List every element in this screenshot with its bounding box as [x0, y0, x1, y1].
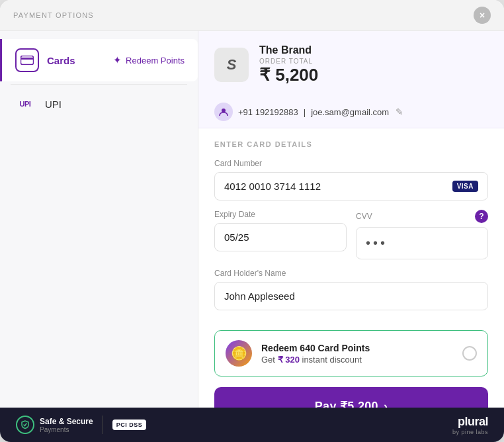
section-label: ENTER CARD DETAILS — [214, 140, 488, 148]
card-icon — [15, 48, 39, 72]
card-details-section: ENTER CARD DETAILS Card Number 4012 0010… — [198, 128, 504, 328]
user-email: joe.sam@gmail.com — [311, 107, 389, 117]
secure-text-block: Safe & Secure Payments — [40, 417, 93, 433]
brand-name: The Brand — [259, 44, 488, 56]
pci-dss-badge: PCI DSS — [112, 420, 147, 430]
user-phone: +91 192192883 — [238, 107, 298, 117]
card-number-label: Card Number — [214, 159, 488, 168]
cvv-field[interactable]: ••• — [356, 227, 488, 259]
cardholder-field[interactable]: John Appleseed — [214, 282, 488, 310]
card-number-value: 4012 0010 3714 1112 — [224, 181, 321, 192]
user-info-bar: +91 192192883 | joe.sam@gmail.com ✎ — [198, 96, 504, 128]
user-separator: | — [304, 107, 306, 117]
svg-rect-0 — [21, 56, 34, 65]
user-avatar-icon — [214, 103, 233, 121]
secure-sub: Payments — [40, 426, 93, 433]
brand-logo: S — [214, 48, 249, 82]
redeem-points-button[interactable]: ✦ Redeem Points — [113, 54, 185, 66]
redeem-radio[interactable] — [462, 346, 477, 361]
sidebar: Cards ✦ Redeem Points UPI UPI — [0, 31, 198, 408]
cards-label: Cards — [47, 55, 75, 66]
plural-brand: plural — [458, 415, 488, 429]
redeem-icon-wrap: 🪙 — [226, 340, 252, 367]
modal-body: Cards ✦ Redeem Points UPI UPI — [0, 31, 504, 408]
expiry-label: Expiry Date — [214, 210, 347, 219]
cardholder-value: John Appleseed — [224, 290, 295, 302]
cardholder-label: Card Holder's Name — [214, 269, 488, 278]
expiry-value: 05/25 — [224, 232, 249, 243]
expiry-group: Expiry Date 05/25 — [214, 210, 347, 259]
chevron-right-icon: › — [384, 400, 388, 408]
order-total-label: ORDER TOTAL — [259, 58, 488, 65]
plural-logo: plural by pine labs — [452, 415, 488, 435]
star-icon: ✦ — [113, 54, 122, 66]
pay-button-label: Pay ₹5,200 — [315, 399, 378, 408]
plural-sub: by pine labs — [452, 429, 488, 435]
pay-button[interactable]: Pay ₹5,200 › — [214, 387, 488, 408]
cvv-help-icon[interactable]: ? — [475, 210, 488, 223]
secure-title: Safe & Secure — [40, 417, 93, 426]
redeem-subtitle: Get ₹ 320 instant discount — [261, 355, 453, 365]
divider — [11, 84, 187, 85]
order-amount: ₹ 5,200 — [259, 65, 488, 85]
svg-point-2 — [222, 109, 226, 112]
close-button[interactable]: × — [474, 7, 491, 24]
radio-inner — [466, 350, 473, 357]
payment-options-label: PAYMENT OPTIONS — [13, 11, 94, 19]
sidebar-item-upi[interactable]: UPI UPI — [0, 87, 198, 120]
sidebar-item-cards[interactable]: Cards ✦ Redeem Points — [0, 39, 198, 81]
modal-header: PAYMENT OPTIONS × — [0, 0, 504, 31]
svg-rect-1 — [21, 58, 34, 60]
footer-divider — [103, 416, 103, 434]
redeem-coin-icon: 🪙 — [231, 345, 247, 361]
brand-info: The Brand ORDER TOTAL ₹ 5,200 — [259, 44, 488, 85]
expiry-cvv-row: Expiry Date 05/25 CVV ? ••• — [214, 210, 488, 269]
right-panel: S The Brand ORDER TOTAL ₹ 5,200 +91 1921… — [198, 31, 504, 408]
brand-section: S The Brand ORDER TOTAL ₹ 5,200 — [198, 31, 504, 96]
cvv-value: ••• — [366, 236, 388, 251]
visa-badge: VISA — [452, 181, 478, 192]
payment-modal: PAYMENT OPTIONS × Cards ✦ — [0, 0, 504, 442]
cvv-label-row: CVV ? — [356, 210, 488, 223]
card-number-group: Card Number 4012 0010 3714 1112 VISA — [214, 159, 488, 200]
shield-icon — [16, 416, 34, 434]
cardholder-group: Card Holder's Name John Appleseed — [214, 269, 488, 310]
upi-icon: UPI — [13, 97, 37, 111]
edit-user-icon[interactable]: ✎ — [396, 107, 403, 117]
cvv-label: CVV — [356, 212, 372, 221]
redeem-card[interactable]: 🪙 Redeem 640 Card Points Get ₹ 320 insta… — [214, 330, 488, 376]
upi-label: UPI — [45, 99, 62, 110]
redeem-amount: ₹ 320 — [278, 355, 300, 365]
modal-footer: Safe & Secure Payments PCI DSS plural by… — [0, 408, 504, 442]
redeem-text: Redeem 640 Card Points Get ₹ 320 instant… — [261, 343, 453, 365]
redeem-label: Redeem Points — [126, 56, 185, 66]
cvv-group: CVV ? ••• — [356, 210, 488, 259]
secure-badge: Safe & Secure Payments — [16, 416, 93, 434]
expiry-field[interactable]: 05/25 — [214, 223, 347, 251]
redeem-title: Redeem 640 Card Points — [261, 343, 453, 353]
card-number-field[interactable]: 4012 0010 3714 1112 VISA — [214, 172, 488, 200]
